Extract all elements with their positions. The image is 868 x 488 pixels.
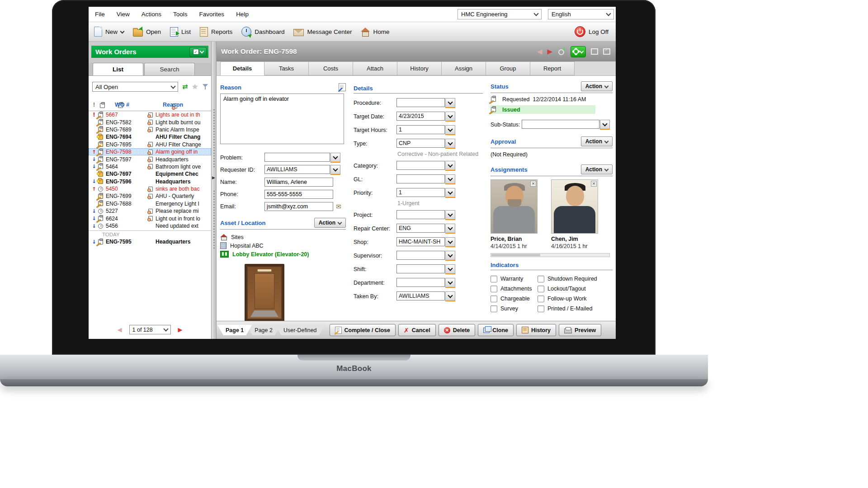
settings-gear-button[interactable] — [571, 46, 586, 57]
work-order-row[interactable]: 5667Lights are out in th — [89, 111, 211, 118]
pager-select[interactable]: 1 of 128 — [129, 325, 171, 334]
priority-column-header[interactable]: ! — [93, 102, 95, 108]
work-order-row[interactable]: ENG-7688Emergency Light I — [89, 200, 211, 207]
popout-window-icon[interactable] — [603, 48, 610, 55]
panel-splitter[interactable]: ▶ — [211, 42, 217, 339]
tab-group[interactable]: Group — [486, 61, 530, 75]
tree-item[interactable]: Lobby Elevator (Elevator-20) — [220, 250, 346, 258]
input-phone[interactable] — [264, 190, 333, 199]
dropdown-button[interactable] — [445, 278, 455, 288]
notepad-pen-icon[interactable] — [339, 83, 346, 91]
dropdown-button[interactable] — [445, 251, 455, 261]
asset-location-action-button[interactable]: Action — [314, 218, 346, 228]
work-order-row[interactable]: ENG-7694AHU Filter Chang — [89, 133, 211, 141]
combo-requesterid[interactable]: AWILLIAMS — [264, 165, 340, 175]
work-order-row[interactable]: 6624Light out in front lo — [89, 215, 211, 222]
toolbar-open-button[interactable]: Open — [133, 27, 161, 37]
work-order-row[interactable]: ENG-7689Panic Alarm Inspe — [89, 126, 211, 133]
dropdown-button[interactable] — [445, 264, 455, 274]
tab-costs[interactable]: Costs — [309, 61, 353, 75]
assignments-action-button[interactable]: Action — [581, 164, 613, 174]
checkbox[interactable] — [538, 276, 544, 282]
toolbar-new-button[interactable]: New — [94, 27, 124, 37]
clone-button[interactable]: Clone — [478, 324, 514, 336]
tab-assign[interactable]: Assign — [442, 61, 486, 75]
menu-file[interactable]: File — [95, 11, 105, 18]
toolbar-dashboard-button[interactable]: Dashboard — [241, 27, 284, 37]
combo-category[interactable] — [396, 161, 455, 171]
combo-repaircenter[interactable]: ENG — [396, 224, 455, 234]
dropdown-button[interactable] — [600, 120, 610, 130]
combo-project[interactable] — [396, 210, 455, 220]
combo-shift[interactable] — [396, 264, 455, 274]
dropdown-button[interactable] — [445, 210, 455, 220]
remove-assignment-icon[interactable] — [530, 181, 536, 187]
substatus-combo[interactable] — [522, 120, 610, 130]
checkbox[interactable] — [491, 286, 497, 292]
reason-textarea[interactable]: Alarm going off in elevator — [220, 94, 344, 144]
combo-department[interactable] — [396, 278, 455, 288]
gear-plus-icon[interactable] — [557, 48, 566, 55]
combo-targethours[interactable]: 1 — [396, 125, 455, 135]
work-order-row[interactable]: 5450sinks are both bac — [89, 185, 211, 192]
dropdown-button[interactable] — [445, 291, 455, 301]
dropdown-button[interactable] — [445, 112, 455, 122]
checkbox[interactable] — [491, 296, 497, 302]
assignment-card[interactable]: Price, Brian4/14/2015 1 hr — [491, 179, 538, 249]
menu-tools[interactable]: Tools — [173, 11, 188, 18]
left-tab-search[interactable]: Search — [144, 63, 195, 75]
tree-item[interactable]: Hopsital ABC — [220, 241, 346, 250]
left-tab-list[interactable]: List — [93, 63, 143, 75]
work-order-row[interactable]: 5464Bathroom light ove — [89, 163, 211, 170]
input-email[interactable] — [264, 202, 333, 211]
checkbox[interactable] — [491, 305, 497, 312]
remove-assignment-icon[interactable] — [591, 181, 597, 187]
refresh-icon[interactable] — [182, 83, 188, 91]
input-name[interactable] — [264, 178, 333, 187]
combo-priority[interactable]: 1 — [396, 188, 455, 198]
collapse-arrow-icon[interactable]: ▶ — [212, 175, 215, 180]
reason-column-header[interactable]: Reason — [163, 102, 183, 108]
clipboard-icon[interactable] — [99, 103, 106, 108]
checkbox[interactable] — [538, 296, 544, 302]
menu-actions[interactable]: Actions — [142, 11, 161, 18]
restore-window-icon[interactable] — [591, 48, 598, 55]
tab-attach[interactable]: Attach — [353, 61, 397, 75]
combo-type[interactable]: CNP — [396, 139, 455, 149]
menu-view[interactable]: View — [117, 11, 130, 18]
toolbar-home-button[interactable]: Home — [361, 28, 389, 36]
menu-favorites[interactable]: Favorites — [199, 11, 225, 18]
combo-gl[interactable] — [396, 174, 455, 184]
toolbar-reports-button[interactable]: Reports — [200, 27, 232, 37]
dropdown-button[interactable] — [445, 161, 455, 171]
work-order-row[interactable]: ENG-7598Alarm going off in — [89, 148, 211, 155]
toolbar-list-button[interactable]: List — [170, 27, 191, 37]
cancel-button[interactable]: Cancel — [398, 324, 436, 336]
wo-number-column-header[interactable]: WO # — [115, 102, 129, 108]
language-select[interactable]: English — [548, 9, 614, 19]
work-order-row[interactable]: ENG-7597Headquarters — [89, 155, 211, 163]
pager-forward-icon[interactable]: ▶ — [178, 326, 183, 333]
preview-button[interactable]: Preview — [559, 324, 601, 336]
filter-funnel-icon[interactable] — [202, 84, 209, 90]
dropdown-button[interactable] — [330, 153, 340, 163]
status-action-button[interactable]: Action — [581, 81, 613, 91]
email-icon[interactable] — [336, 203, 341, 210]
combo-procedure[interactable] — [396, 98, 455, 108]
next-record-icon[interactable]: ▶ — [547, 47, 552, 56]
work-order-row[interactable]: ENG-7699AHU - Quarterly — [89, 192, 211, 200]
combo-takenby[interactable]: AWILLIAMS — [396, 291, 455, 301]
previous-record-icon[interactable]: ◀ — [537, 47, 542, 56]
dropdown-button[interactable] — [445, 139, 455, 149]
dropdown-button[interactable] — [330, 165, 340, 175]
work-order-row[interactable]: ENG-7697Equipment Chec — [89, 170, 211, 178]
work-order-row[interactable]: ENG-7595Headquarters — [89, 238, 211, 245]
log-off-button[interactable]: Log Off — [575, 26, 609, 37]
assignments-horizontal-scrollbar[interactable] — [491, 253, 610, 257]
combo-problem[interactable] — [264, 153, 340, 163]
history-button[interactable]: History — [516, 324, 556, 336]
tab-details[interactable]: Details — [220, 61, 264, 75]
view-filter-select[interactable]: All Open — [92, 82, 178, 92]
work-order-row[interactable]: ENG-7695AHU Filter Change — [89, 141, 211, 148]
dropdown-button[interactable] — [445, 174, 455, 184]
